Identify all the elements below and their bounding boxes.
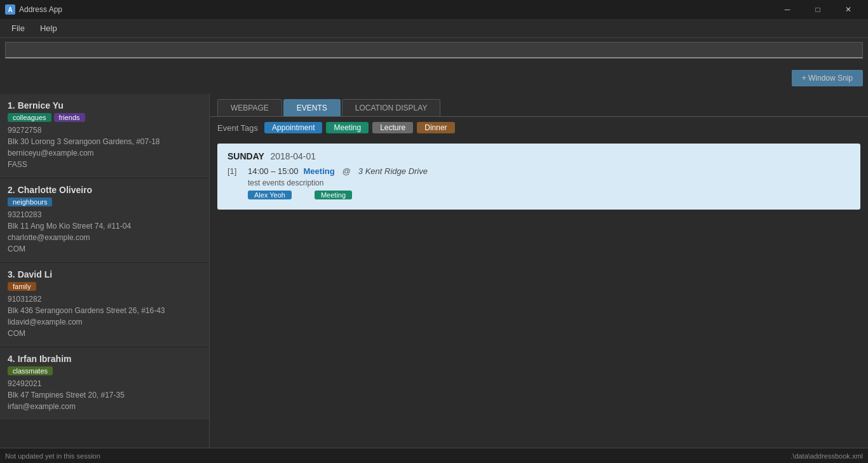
menu-help[interactable]: Help xyxy=(34,21,64,36)
contact-name: 3.David Li xyxy=(8,269,201,279)
event-badges-row: Alex YeohMeeting xyxy=(227,190,850,199)
menu-bar: File Help xyxy=(0,19,868,38)
event-location: 3 Kent Ridge Drive xyxy=(358,166,428,176)
event-tags-label: Event Tags xyxy=(217,123,258,133)
contact-tag[interactable]: colleagues xyxy=(8,113,51,122)
sidebar: 1.Bernice Yucolleaguesfriends99272758Blk… xyxy=(0,94,210,448)
event-tags-row: Event Tags Appointment Meeting Lecture D… xyxy=(210,117,868,138)
toolbar: + Window Snip xyxy=(0,62,868,94)
event-time: 14:00 – 15:00 xyxy=(248,166,299,176)
title-bar: A Address App ─ □ ✕ xyxy=(0,0,868,19)
event-day-header: SUNDAY 2018-04-01 xyxy=(227,151,850,161)
tag-lecture-button[interactable]: Lecture xyxy=(372,122,413,133)
title-text: Address App xyxy=(19,5,62,14)
contact-card[interactable]: 3.David Lifamily91031282Blk 436 Serangoo… xyxy=(0,263,209,346)
event-index: [1] xyxy=(227,166,243,176)
event-description: test events description xyxy=(248,178,850,187)
contact-tags-row: family xyxy=(8,282,201,291)
tag-dinner-button[interactable]: Dinner xyxy=(417,122,454,133)
contact-card[interactable]: 1.Bernice Yucolleaguesfriends99272758Blk… xyxy=(0,94,209,177)
window-controls: ─ □ ✕ xyxy=(773,0,863,19)
contact-tags-row: classmates xyxy=(8,366,201,375)
status-bar: Not updated yet in this session .\data\a… xyxy=(0,448,868,463)
tab-events[interactable]: EVENTS xyxy=(283,99,341,116)
event-day-name: SUNDAY xyxy=(227,151,264,161)
event-at: @ xyxy=(342,166,351,176)
contact-name: 1.Bernice Yu xyxy=(8,100,201,111)
search-bar xyxy=(0,38,868,62)
events-content: SUNDAY 2018-04-01 [1]14:00 – 15:00Meetin… xyxy=(210,138,868,448)
search-input[interactable] xyxy=(5,42,863,58)
contact-tag[interactable]: classmates xyxy=(8,366,53,375)
contact-details: 91031282Blk 436 Serangoon Gardens Street… xyxy=(8,293,201,339)
contact-name: 2.Charlotte Oliveiro xyxy=(8,185,201,195)
app-icon: A xyxy=(5,4,15,15)
tag-appointment-button[interactable]: Appointment xyxy=(264,122,322,133)
tab-location-display[interactable]: LOCATION DISPLAY xyxy=(342,99,441,116)
maximize-button[interactable]: □ xyxy=(803,0,832,19)
minimize-button[interactable]: ─ xyxy=(773,0,802,19)
contact-tag[interactable]: neighbours xyxy=(8,198,52,206)
menu-file[interactable]: File xyxy=(5,21,31,36)
event-title[interactable]: Meeting xyxy=(304,166,335,176)
contact-details: 92492021Blk 47 Tampines Street 20, #17-3… xyxy=(8,378,201,412)
status-right: .\data\addressbook.xml xyxy=(790,452,863,460)
contact-tags-row: colleaguesfriends xyxy=(8,113,201,122)
contact-details: 93210283Blk 11 Ang Mo Kio Street 74, #11… xyxy=(8,209,201,255)
right-panel: WEBPAGE EVENTS LOCATION DISPLAY Event Ta… xyxy=(210,94,868,448)
main-content: 1.Bernice Yucolleaguesfriends99272758Blk… xyxy=(0,94,868,448)
contact-tag[interactable]: friends xyxy=(54,113,85,122)
event-date: 2018-04-01 xyxy=(270,151,316,161)
contact-name: 4.Irfan Ibrahim xyxy=(8,354,201,364)
tab-webpage[interactable]: WEBPAGE xyxy=(217,99,282,116)
close-button[interactable]: ✕ xyxy=(834,0,863,19)
tabs-row: WEBPAGE EVENTS LOCATION DISPLAY xyxy=(210,94,868,117)
status-left: Not updated yet in this session xyxy=(5,452,100,460)
contact-card[interactable]: 4.Irfan Ibrahimclassmates92492021Blk 47 … xyxy=(0,347,209,419)
event-badge: Alex Yeoh xyxy=(248,191,292,199)
contact-tag[interactable]: family xyxy=(8,282,36,291)
window-snip-button[interactable]: + Window Snip xyxy=(792,70,863,86)
event-badge: Meeting xyxy=(315,191,352,199)
contact-details: 99272758Blk 30 Lorong 3 Serangoon Garden… xyxy=(8,124,201,170)
contact-card[interactable]: 2.Charlotte Oliveironeighbours93210283Bl… xyxy=(0,178,209,262)
contact-tags-row: neighbours xyxy=(8,198,201,206)
tag-meeting-button[interactable]: Meeting xyxy=(326,122,369,133)
title-bar-left: A Address App xyxy=(5,4,62,15)
event-block: SUNDAY 2018-04-01 [1]14:00 – 15:00Meetin… xyxy=(217,144,860,210)
event-row: [1]14:00 – 15:00Meeting@3 Kent Ridge Dri… xyxy=(227,166,850,176)
event-rows-container: [1]14:00 – 15:00Meeting@3 Kent Ridge Dri… xyxy=(227,166,850,199)
